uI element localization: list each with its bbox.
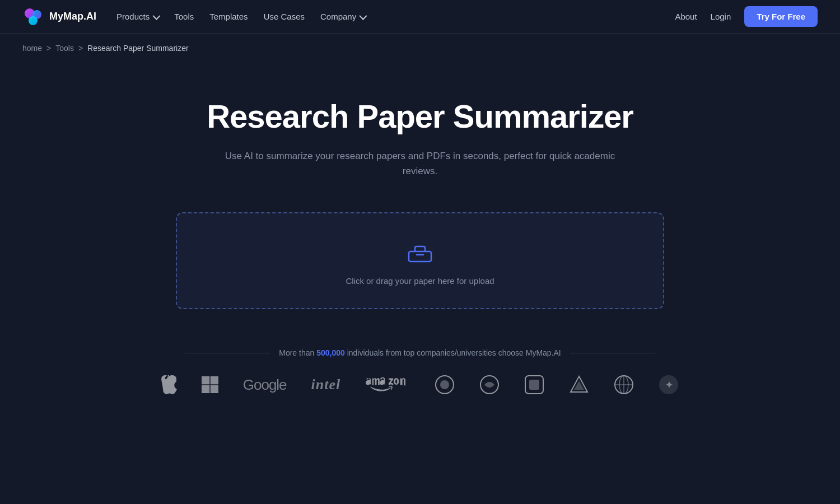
breadcrumb-home[interactable]: home <box>22 44 42 53</box>
logo-co11: ✦ <box>659 375 679 395</box>
logo-apple <box>161 375 177 394</box>
divider-left <box>185 353 270 353</box>
upload-zone[interactable]: Click or drag your paper here for upload <box>176 212 664 309</box>
social-proof-text: More than 500,000 individuals from top c… <box>279 348 561 357</box>
logos-row: Google intel <box>161 374 679 395</box>
svg-rect-6 <box>202 385 209 393</box>
svg-point-9 <box>440 380 449 389</box>
social-proof-number: 500,000 <box>316 348 345 357</box>
logo-co10 <box>614 375 634 395</box>
svg-rect-7 <box>210 385 218 393</box>
logo-google: Google <box>243 376 287 394</box>
breadcrumb-sep-2: > <box>78 44 83 53</box>
logo-microsoft <box>202 376 218 393</box>
logo-amazon <box>365 374 410 395</box>
logo-intel: intel <box>311 376 341 393</box>
login-link[interactable]: Login <box>711 12 731 21</box>
logo-co7 <box>479 375 500 395</box>
about-link[interactable]: About <box>675 12 697 21</box>
page-title: Research Paper Summarizer <box>207 97 633 135</box>
breadcrumb: home > Tools > Research Paper Summarizer <box>0 34 840 53</box>
breadcrumb-sep-1: > <box>46 44 51 53</box>
main-content: Research Paper Summarizer Use AI to summ… <box>0 53 840 418</box>
social-proof-line: More than 500,000 individuals from top c… <box>185 348 655 357</box>
svg-rect-4 <box>202 376 209 384</box>
logo-text: MyMap.AI <box>49 11 96 22</box>
upload-icon <box>405 236 435 267</box>
nav-company[interactable]: Company <box>320 12 365 21</box>
breadcrumb-tools[interactable]: Tools <box>55 44 74 53</box>
logo[interactable]: MyMap.AI <box>22 6 96 27</box>
page-subtitle: Use AI to summarize your research papers… <box>224 148 616 179</box>
nav-products[interactable]: Products <box>116 12 158 21</box>
navbar: MyMap.AI Products Tools Templates Use Ca… <box>0 0 840 34</box>
logo-icon <box>22 6 44 27</box>
logo-co6 <box>435 375 455 395</box>
nav-left: MyMap.AI Products Tools Templates Use Ca… <box>22 6 365 27</box>
logo-co9 <box>569 375 589 395</box>
logo-co8 <box>524 375 544 395</box>
nav-tools[interactable]: Tools <box>174 12 194 21</box>
nav-templates[interactable]: Templates <box>209 12 248 21</box>
try-free-button[interactable]: Try For Free <box>744 6 818 27</box>
svg-point-2 <box>29 16 38 25</box>
social-proof: More than 500,000 individuals from top c… <box>22 348 818 418</box>
svg-rect-5 <box>210 376 218 384</box>
divider-right <box>570 353 655 353</box>
chevron-down-icon <box>153 12 161 20</box>
nav-use-cases[interactable]: Use Cases <box>264 12 305 21</box>
svg-rect-12 <box>529 380 539 390</box>
nav-links: Products Tools Templates Use Cases Compa… <box>116 12 365 21</box>
svg-text:✦: ✦ <box>665 380 673 390</box>
nav-right: About Login Try For Free <box>675 6 818 27</box>
breadcrumb-current: Research Paper Summarizer <box>87 44 189 53</box>
svg-rect-3 <box>409 251 431 262</box>
chevron-down-icon <box>360 12 367 20</box>
upload-prompt: Click or drag your paper here for upload <box>346 276 494 286</box>
